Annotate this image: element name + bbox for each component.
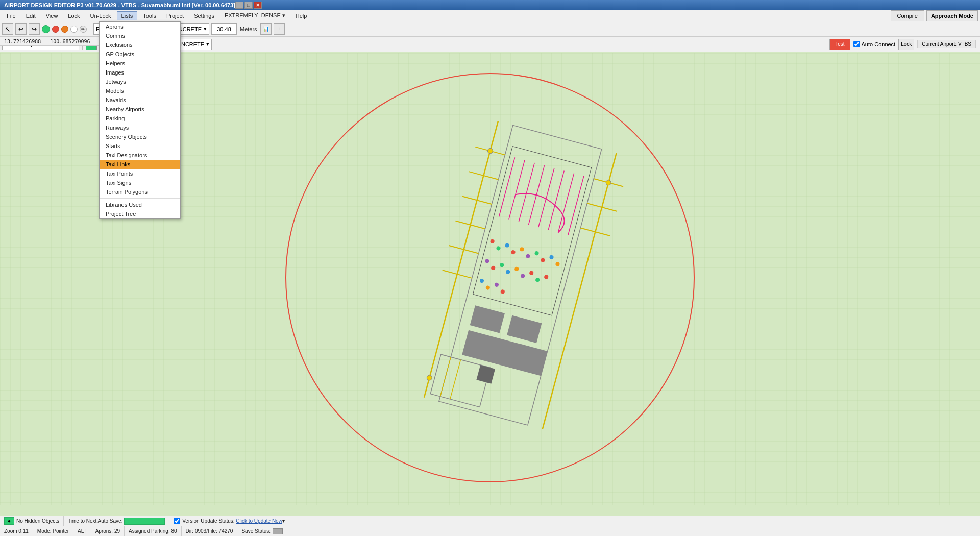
version-update-segment: Version Update Status: Click to Update N… [169,516,289,526]
svg-point-47 [494,282,499,287]
svg-point-40 [514,266,519,272]
minimize-btn[interactable]: _ [235,2,243,9]
coordinates-display: 13.721426988 100.685270096 000 [0,38,113,46]
menu-models[interactable]: Models [100,86,180,95]
svg-point-29 [511,250,516,255]
no-hidden-objects-indicator: ● [4,517,14,525]
menu-lists[interactable]: Lists [117,11,138,20]
no-hidden-objects-segment: ● No Hidden Objects [0,516,64,526]
svg-point-46 [485,285,491,290]
mode-segment: Mode: Pointer [33,526,74,536]
menu-settings[interactable]: Settings [189,11,219,20]
auto-connect-label: Auto Connect [853,41,896,47]
menu-taxi-signs[interactable]: Taxi Signs [100,178,180,187]
menu-density[interactable]: EXTREMELY_DENSE ▾ [220,11,290,20]
test-btn[interactable]: Test [829,39,850,50]
statusbar: ● No Hidden Objects Time to Next Auto Sa… [0,516,980,526]
menu-project[interactable]: Project [162,11,188,20]
svg-point-39 [505,270,510,275]
menu-navaids[interactable]: Navaids [100,95,180,105]
pause-btn[interactable] [61,26,68,33]
sep1 [90,24,90,34]
menu-terrain-polygons[interactable]: Terrain Polygons [100,187,180,197]
version-update-checkbox[interactable] [174,518,180,524]
menu-taxi-points[interactable]: Taxi Points [100,169,180,178]
close-btn[interactable]: ✕ [254,2,262,9]
dropdown-arrow[interactable]: ▾ [282,518,285,524]
svg-point-48 [500,289,505,294]
menu-aprons[interactable]: Aprons [100,22,180,31]
svg-point-36 [484,259,489,264]
redo-btn[interactable]: ↪ [29,23,40,35]
menu-unlock[interactable]: Un-Lock [86,11,116,20]
svg-rect-23 [470,305,505,333]
menu-help[interactable]: Help [291,11,312,20]
plus-btn[interactable]: + [274,23,285,35]
svg-point-43 [535,277,540,282]
svg-line-53 [440,357,451,396]
svg-point-41 [520,274,525,279]
dir-file-segment: Dir: 0903/File: 74270 [182,526,238,536]
svg-point-42 [529,271,534,276]
svg-line-17 [519,163,534,222]
svg-point-49 [487,148,493,154]
approach-mode-button[interactable]: Approach Mode [926,10,978,21]
menu-jetways[interactable]: Jetways [100,77,180,86]
menu-comms[interactable]: Comms [100,31,180,40]
svg-point-38 [499,262,504,267]
infobar: Zoom 0.11 Mode: Pointer ALT Aprons: 29 A… [0,526,980,536]
svg-point-37 [491,265,496,271]
svg-point-31 [526,254,531,259]
airport-outline [409,117,631,433]
menu-project-tree[interactable]: Project Tree [100,209,180,218]
svg-point-50 [426,375,432,381]
menu-libraries-used[interactable]: Libraries Used [100,200,180,209]
undo-btn[interactable]: ↩ [15,23,27,35]
menubar: File Edit View Lock Un-Lock Lists Tools … [0,10,980,21]
svg-point-51 [605,180,611,186]
menu-images[interactable]: Images [100,68,180,77]
menu-gp-objects[interactable]: GP Objects [100,50,180,59]
lists-dropdown-menu: Aprons Comms Exclusions GP Objects Helpe… [99,21,181,219]
menu-file[interactable]: File [2,11,20,20]
menu-helpers[interactable]: Helpers [100,59,180,68]
auto-save-progress [124,518,165,525]
svg-line-16 [509,160,525,220]
menu-parking[interactable]: Parking [100,114,180,123]
record-btn[interactable] [52,26,59,33]
svg-rect-55 [476,365,495,384]
svg-point-30 [520,247,525,252]
menu-runways[interactable]: Runways [100,123,180,132]
menu-lock[interactable]: Lock [63,11,84,20]
stop-btn[interactable] [70,26,78,33]
svg-line-54 [450,360,461,399]
titlebar-controls: _ □ ✕ [235,2,262,9]
menu-tools[interactable]: Tools [138,11,161,20]
parking-segment: Assigned Parking: 80 [125,526,182,536]
maximize-btn[interactable]: □ [244,2,253,9]
auto-connect-checkbox[interactable] [853,41,860,47]
menu-view[interactable]: View [41,11,63,20]
menu-starts[interactable]: Starts [100,141,180,151]
edit-btn[interactable]: ✏ [80,26,87,33]
pointer-tool-btn[interactable]: ↖ [2,23,13,35]
value-input[interactable] [211,23,237,35]
lock-btn[interactable]: Lock [898,39,914,50]
svg-line-19 [538,168,554,227]
chart-btn[interactable]: 📊 [260,23,272,35]
menu-exclusions[interactable]: Exclusions [100,40,180,50]
save-status-indicator [273,528,283,534]
svg-point-28 [505,243,510,248]
titlebar: AIRPORT DESIGN EDITOR P3 v01.70.6029 - V… [0,0,980,10]
svg-point-32 [534,251,540,256]
menu-taxi-links[interactable]: Taxi Links [100,160,180,169]
compile-button[interactable]: Compile [891,10,924,21]
svg-point-26 [490,239,495,244]
aprons-segment: Aprons: 29 [91,526,125,536]
menu-taxi-designators[interactable]: Taxi Designators [100,151,180,160]
menu-nearby-airports[interactable]: Nearby Airports [100,105,180,114]
save-status-segment: Save Status: [237,526,287,536]
menu-edit[interactable]: Edit [21,11,40,20]
svg-point-35 [555,261,560,266]
menu-scenery-objects[interactable]: Scenery Objects [100,132,180,141]
